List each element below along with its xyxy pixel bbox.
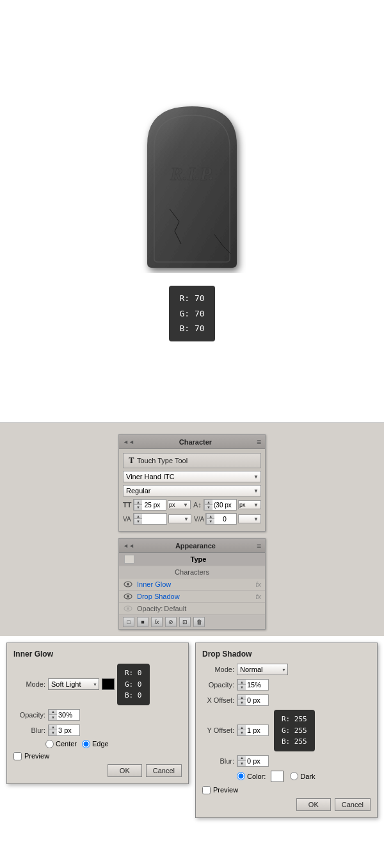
leading-arrows[interactable]: ▲ ▼ — [204, 500, 212, 510]
font-style-select[interactable]: Regular — [123, 485, 261, 496]
leading-input[interactable] — [212, 502, 233, 509]
appearance-inner-glow-row[interactable]: Inner Glow fx — [119, 578, 265, 591]
drop-shadow-ok-button[interactable]: OK — [296, 798, 331, 811]
leading-down[interactable]: ▼ — [205, 505, 212, 510]
inner-glow-label[interactable]: Inner Glow — [137, 580, 255, 588]
inner-glow-blur-down[interactable]: ▼ — [49, 730, 57, 735]
inner-glow-blur-up[interactable]: ▲ — [49, 725, 57, 730]
inner-glow-ok-button[interactable]: OK — [108, 764, 142, 777]
drop-shadow-visibility[interactable] — [123, 593, 133, 600]
kerning-up[interactable]: ▲ — [134, 514, 142, 519]
drop-shadow-opacity-arrows[interactable]: ▲ ▼ — [237, 680, 246, 690]
toolbar-del-btn[interactable]: 🗑 — [193, 617, 205, 627]
tracking-spinner[interactable]: ▲ ▼ — [205, 513, 237, 525]
font-size-down[interactable]: ▼ — [134, 505, 142, 510]
leading-unit[interactable]: px — [238, 500, 261, 509]
kerning-spinner[interactable]: ▲ ▼ — [133, 513, 167, 525]
inner-glow-mode-select-wrapper[interactable]: Soft Light Normal Multiply ▼ — [48, 678, 99, 690]
drop-shadow-mode-select[interactable]: Normal Multiply Screen — [237, 664, 288, 675]
tracking-arrows[interactable]: ▲ ▼ — [206, 514, 214, 524]
font-style-wrapper[interactable]: Regular — [123, 485, 261, 496]
drop-shadow-opacity-up[interactable]: ▲ — [238, 680, 246, 685]
inner-glow-cancel-button[interactable]: Cancel — [146, 764, 182, 777]
font-size-spinner[interactable]: ▲ ▼ — [133, 499, 166, 511]
drop-shadow-x-up[interactable]: ▲ — [238, 695, 246, 700]
appearance-drop-shadow-row[interactable]: Drop Shadow fx — [119, 591, 265, 603]
font-size-arrows[interactable]: ▲ ▼ — [134, 500, 142, 510]
inner-glow-opacity-down[interactable]: ▼ — [49, 715, 57, 720]
character-panel-menu[interactable]: ≡ — [257, 438, 261, 446]
toolbar-no-btn[interactable]: ⊘ — [165, 617, 177, 627]
drop-shadow-x-spinner[interactable]: ▲ ▼ — [237, 694, 269, 706]
drop-shadow-mode-select-wrapper[interactable]: Normal Multiply Screen ▼ — [237, 664, 288, 675]
drop-shadow-blur-up[interactable]: ▲ — [238, 756, 246, 761]
drop-shadow-x-arrows[interactable]: ▲ ▼ — [237, 695, 246, 705]
inner-glow-blur-spinner[interactable]: ▲ ▼ — [48, 725, 80, 736]
drop-shadow-blur-arrows[interactable]: ▲ ▼ — [237, 756, 246, 766]
toolbar-fx-btn[interactable]: fx — [151, 617, 163, 627]
inner-glow-center-radio[interactable]: Center — [45, 740, 77, 748]
inner-glow-preview-check[interactable]: Preview — [13, 752, 49, 760]
inner-glow-edge-radio[interactable]: Edge — [82, 740, 109, 748]
drop-shadow-x-down[interactable]: ▼ — [238, 700, 246, 705]
drop-shadow-preview-check[interactable]: Preview — [202, 786, 238, 794]
inner-glow-opacity-up[interactable]: ▲ — [49, 710, 57, 715]
kerning-down[interactable]: ▼ — [134, 519, 142, 524]
toolbar-filled-btn[interactable]: ■ — [137, 617, 148, 627]
inner-glow-visibility[interactable] — [123, 580, 133, 588]
kerning-arrows[interactable]: ▲ ▼ — [134, 514, 142, 524]
leading-unit-select[interactable]: px — [238, 500, 261, 509]
tracking-unit-select[interactable] — [238, 514, 261, 523]
inner-glow-preview-checkbox[interactable] — [13, 752, 22, 760]
toolbar-dup-btn[interactable]: ⊡ — [179, 617, 191, 627]
inner-glow-edge-input[interactable] — [82, 740, 90, 748]
kerning-select-wrapper[interactable] — [168, 514, 191, 523]
drop-shadow-color-radio[interactable]: Color: — [237, 772, 266, 780]
inner-glow-opacity-input[interactable] — [57, 711, 79, 719]
touch-type-button[interactable]: 𝐓 Touch Type Tool — [123, 453, 261, 468]
font-size-input[interactable] — [142, 502, 163, 509]
drop-shadow-y-up[interactable]: ▲ — [238, 725, 246, 730]
drop-shadow-blur-input[interactable] — [246, 757, 268, 765]
inner-glow-opacity-spinner[interactable]: ▲ ▼ — [48, 709, 80, 721]
drop-shadow-preview-checkbox[interactable] — [202, 786, 211, 794]
drop-shadow-y-input[interactable] — [246, 726, 268, 734]
leading-spinner[interactable]: ▲ ▼ — [204, 499, 237, 511]
inner-glow-opacity-arrows[interactable]: ▲ ▼ — [49, 710, 57, 720]
leading-up[interactable]: ▲ — [205, 500, 212, 505]
drop-shadow-y-arrows[interactable]: ▲ ▼ — [237, 725, 246, 735]
font-size-unit-select[interactable]: px — [168, 500, 191, 509]
drop-shadow-color-radio-input[interactable] — [237, 772, 245, 780]
drop-shadow-opacity-down[interactable]: ▼ — [238, 685, 246, 690]
drop-shadow-label[interactable]: Drop Shadow — [137, 593, 255, 600]
inner-glow-mode-select[interactable]: Soft Light Normal Multiply — [48, 678, 99, 690]
tracking-input[interactable] — [214, 516, 235, 523]
drop-shadow-blur-spinner[interactable]: ▲ ▼ — [237, 755, 269, 767]
drop-shadow-opacity-spinner[interactable]: ▲ ▼ — [237, 679, 269, 691]
font-size-unit[interactable]: px — [168, 500, 191, 509]
tracking-unit[interactable] — [238, 514, 261, 523]
drop-shadow-dark-radio[interactable]: Dark — [290, 772, 315, 780]
inner-glow-center-input[interactable] — [45, 740, 54, 748]
drop-shadow-x-input[interactable] — [246, 696, 268, 704]
inner-glow-blur-input[interactable] — [57, 726, 79, 734]
drop-shadow-color-swatch[interactable] — [271, 771, 284, 782]
font-family-wrapper[interactable]: Viner Hand ITC — [123, 471, 261, 482]
drop-shadow-y-spinner[interactable]: ▲ ▼ — [237, 725, 269, 736]
appearance-panel-menu[interactable]: ≡ — [257, 541, 261, 550]
font-family-select[interactable]: Viner Hand ITC — [123, 471, 261, 482]
toolbar-square-btn[interactable]: □ — [123, 617, 134, 627]
opacity-visibility[interactable] — [123, 605, 133, 612]
tracking-up[interactable]: ▲ — [207, 514, 214, 519]
tracking-down[interactable]: ▼ — [207, 519, 214, 524]
drop-shadow-opacity-input[interactable] — [246, 681, 268, 689]
inner-glow-color-swatch[interactable] — [102, 678, 115, 690]
kerning-select[interactable] — [168, 514, 191, 523]
inner-glow-blur-arrows[interactable]: ▲ ▼ — [49, 725, 57, 735]
drop-shadow-y-down[interactable]: ▼ — [238, 730, 246, 735]
kerning-input[interactable] — [142, 516, 166, 523]
drop-shadow-dark-radio-input[interactable] — [290, 772, 298, 780]
drop-shadow-cancel-button[interactable]: Cancel — [335, 798, 371, 811]
font-size-up[interactable]: ▲ — [134, 500, 142, 505]
drop-shadow-blur-down[interactable]: ▼ — [238, 761, 246, 766]
